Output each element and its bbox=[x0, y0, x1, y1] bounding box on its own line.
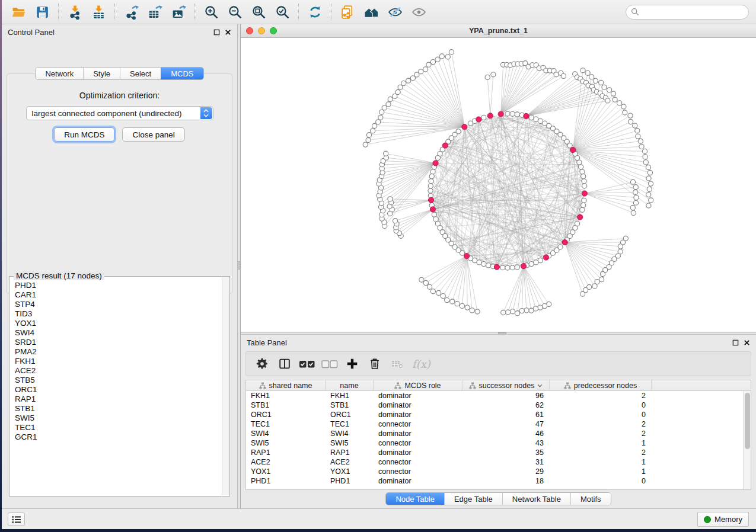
save-session-button[interactable] bbox=[30, 2, 54, 21]
tab-select[interactable]: Select bbox=[120, 68, 161, 79]
column-header-shared-name[interactable]: shared name bbox=[246, 380, 326, 390]
float-table-panel-icon[interactable] bbox=[732, 339, 739, 346]
mcds-result-item[interactable]: TEC1 bbox=[15, 423, 222, 432]
table-row[interactable]: PHD1PHD1dominator180 bbox=[246, 476, 743, 486]
zoom-fit-button[interactable] bbox=[247, 2, 270, 21]
table-cell: SWI5 bbox=[326, 438, 374, 448]
table-row[interactable]: ACE2ACE2connector311 bbox=[246, 457, 743, 467]
table-row[interactable]: FKH1FKH1dominator962 bbox=[246, 391, 743, 400]
zoom-out-button[interactable] bbox=[223, 2, 247, 21]
table-cell: dominator bbox=[374, 448, 462, 457]
network-view-canvas[interactable] bbox=[241, 38, 756, 332]
mcds-result-item[interactable]: STB1 bbox=[15, 404, 222, 414]
mcds-result-item[interactable]: CAR1 bbox=[15, 290, 222, 300]
select-all-button[interactable] bbox=[297, 354, 317, 373]
column-header-MCDS-role[interactable]: MCDS role bbox=[374, 380, 462, 390]
import-table-button[interactable] bbox=[87, 2, 110, 21]
tab-motifs[interactable]: Motifs bbox=[570, 493, 611, 505]
column-header-name[interactable]: name bbox=[326, 380, 374, 390]
table-cell: 43 bbox=[462, 438, 550, 448]
mcds-result-item[interactable]: PHD1 bbox=[15, 281, 222, 290]
mcds-result-item[interactable]: RAP1 bbox=[15, 395, 222, 404]
table-row[interactable]: SWI4SWI4dominator462 bbox=[246, 429, 743, 438]
hide-selected-button[interactable] bbox=[383, 2, 407, 21]
zoom-window-button[interactable] bbox=[270, 27, 277, 34]
table-row[interactable]: STB1STB1dominator620 bbox=[246, 400, 743, 410]
add-entry-button[interactable] bbox=[342, 354, 362, 373]
table-cell: 1 bbox=[550, 438, 652, 448]
refresh-network-button[interactable] bbox=[303, 2, 327, 21]
settings-gear-button[interactable] bbox=[252, 354, 272, 373]
run-mcds-button[interactable]: Run MCDS bbox=[54, 127, 114, 142]
export-image-button[interactable] bbox=[167, 2, 190, 21]
mcds-list-scrollbar[interactable] bbox=[222, 277, 229, 495]
column-namespace-icon bbox=[394, 382, 401, 389]
deselect-all-icon bbox=[321, 358, 339, 370]
search-input[interactable] bbox=[642, 8, 747, 17]
memory-button[interactable]: Memory bbox=[697, 512, 749, 527]
mcds-result-item[interactable]: STP4 bbox=[15, 300, 222, 309]
table-row[interactable]: RAP1RAP1dominator352 bbox=[246, 448, 743, 457]
table-row[interactable]: YOX1YOX1connector291 bbox=[246, 467, 743, 476]
table-cell: PHD1 bbox=[246, 476, 326, 486]
column-label: successor nodes bbox=[479, 382, 535, 390]
table-row[interactable]: ORC1ORC1dominator610 bbox=[246, 410, 743, 419]
mcds-result-item[interactable]: SWI4 bbox=[15, 328, 222, 338]
open-file-button[interactable] bbox=[7, 2, 30, 21]
optimization-criterion-select[interactable]: largest connected component (undirected) bbox=[26, 106, 213, 120]
task-history-button[interactable] bbox=[8, 512, 25, 526]
tab-network[interactable]: Network bbox=[36, 68, 83, 79]
horizontal-splitter-grip[interactable] bbox=[498, 332, 506, 334]
table-cell: SWI4 bbox=[246, 429, 326, 438]
close-panel-icon[interactable] bbox=[225, 29, 231, 36]
export-table-button[interactable] bbox=[143, 2, 167, 21]
mcds-result-item[interactable]: GCR1 bbox=[15, 432, 222, 442]
close-window-button[interactable] bbox=[246, 27, 253, 34]
table-scrollbar[interactable] bbox=[743, 391, 751, 489]
export-table-icon bbox=[148, 5, 162, 20]
column-layout-button[interactable] bbox=[275, 354, 295, 373]
zoom-out-icon bbox=[228, 5, 243, 20]
tab-edge-table[interactable]: Edge Table bbox=[444, 493, 502, 505]
mcds-result-item[interactable]: STB5 bbox=[15, 376, 222, 385]
column-header-successor-nodes[interactable]: successor nodes bbox=[462, 380, 550, 390]
mcds-result-list[interactable]: PHD1CAR1STP4TID3YOX1SWI4SRD1PMA2FKH1ACE2… bbox=[10, 277, 222, 495]
mcds-result-item[interactable]: YOX1 bbox=[15, 319, 222, 328]
table-row[interactable]: TEC1TEC1connector472 bbox=[246, 419, 743, 429]
zoom-in-button[interactable] bbox=[199, 2, 223, 21]
mcds-result-item[interactable]: SWI5 bbox=[15, 414, 222, 423]
mcds-result-item[interactable]: TID3 bbox=[15, 309, 222, 319]
mcds-result-item[interactable]: ACE2 bbox=[15, 366, 222, 376]
first-neighbors-button[interactable] bbox=[359, 2, 383, 21]
toolbar-separator bbox=[298, 4, 299, 20]
tab-style[interactable]: Style bbox=[83, 68, 120, 79]
table-cell: dominator bbox=[374, 410, 462, 419]
show-all-button[interactable] bbox=[407, 2, 430, 21]
zoom-selected-button[interactable] bbox=[270, 2, 294, 21]
table-row[interactable]: SWI5SWI5connector431 bbox=[246, 438, 743, 448]
table-scrollbar-thumb[interactable] bbox=[745, 393, 750, 449]
splitter-grip[interactable] bbox=[238, 261, 240, 270]
table-cell: FKH1 bbox=[326, 391, 374, 400]
export-network-button[interactable] bbox=[119, 2, 143, 21]
table-cell: SWI4 bbox=[326, 429, 374, 438]
tab-node-table[interactable]: Node Table bbox=[386, 493, 444, 505]
column-header-predecessor-nodes[interactable]: predecessor nodes bbox=[550, 380, 652, 390]
mcds-result-item[interactable]: SRD1 bbox=[15, 338, 222, 347]
minimize-window-button[interactable] bbox=[258, 27, 265, 34]
mcds-result-item[interactable]: ORC1 bbox=[15, 385, 222, 395]
tab-network-table[interactable]: Network Table bbox=[502, 493, 570, 505]
table-cell: dominator bbox=[374, 476, 462, 486]
tab-mcds[interactable]: MCDS bbox=[161, 68, 203, 79]
deselect-all-button[interactable] bbox=[320, 354, 340, 373]
close-panel-button[interactable]: Close panel bbox=[122, 127, 184, 142]
delete-entry-button[interactable] bbox=[365, 354, 385, 373]
import-network-button[interactable] bbox=[63, 2, 87, 21]
mcds-result-item[interactable]: PMA2 bbox=[15, 347, 222, 357]
table-cell: PHD1 bbox=[326, 476, 374, 486]
mcds-result-item[interactable]: FKH1 bbox=[15, 357, 222, 366]
close-table-panel-icon[interactable] bbox=[744, 339, 750, 346]
search-box[interactable] bbox=[626, 5, 749, 20]
clone-network-button[interactable] bbox=[336, 2, 359, 21]
float-panel-icon[interactable] bbox=[213, 29, 220, 36]
